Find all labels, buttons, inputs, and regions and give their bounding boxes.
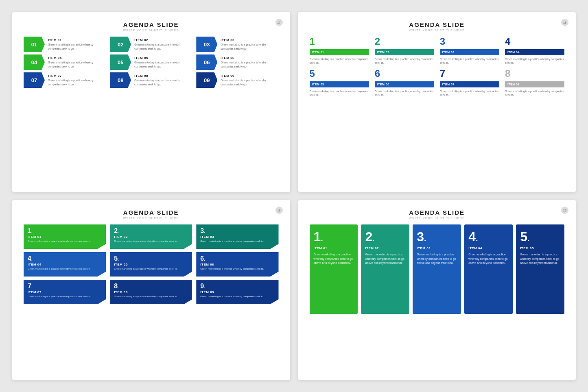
bar-label-8: ITEM 08 [505, 81, 564, 87]
arrow-shape-02: 02 [110, 37, 131, 52]
arrow-body-07: 07 [24, 72, 45, 88]
tc-label-4: ITEM 04 [468, 246, 509, 250]
tc-label-1: ITEM 01 [314, 246, 354, 250]
item-label-05: ITEM 05 [134, 56, 192, 60]
tc-desc-3: Green marketing is a practice whereby co… [417, 253, 457, 266]
slide-3-header: AGENDA SLIDE WRITE YOUR SUBTITLE HERE [24, 209, 279, 220]
big-num-8: 8 [505, 69, 564, 78]
arrow-text-03: ITEM 03 Green marketing is a practice wh… [221, 38, 278, 50]
item-label-09: ITEM 09 [221, 74, 278, 78]
slide-2-title: AGENDA SLIDE [310, 21, 565, 28]
arrow-text-04: ITEM 04 Green marketing is a practice wh… [48, 56, 106, 68]
slide-1: AGENDA SLIDE WRITE YOUR SUBTITLE HERE 17… [12, 12, 290, 192]
item-label-07: ITEM 07 [48, 74, 106, 78]
item-desc-03: Green marketing is a practice whereby co… [221, 43, 278, 50]
card-label-7: ITEM 07 [28, 290, 102, 294]
slide2-item-5: 5 ITEM 05 Green marketing is a practice … [310, 69, 369, 97]
slide4-item-5: 5. ITEM 05 Green marketing is a practice… [516, 224, 564, 314]
tc-desc-4: Green marketing is a practice whereby co… [468, 253, 509, 266]
bar-label-6: ITEM 06 [375, 81, 434, 87]
card-desc-4: Green marketing is a practice whereby co… [28, 267, 102, 270]
slide-2-header: AGENDA SLIDE WRITE YOUR SUBTITLE HERE [310, 21, 565, 32]
card-label-4: ITEM 04 [28, 263, 102, 266]
bar-label-3: ITEM 03 [440, 49, 499, 55]
slide3-item-8: 8. ITEM 08 Green marketing is a practice… [110, 280, 192, 304]
arrow-shape-03: 03 [196, 37, 217, 52]
slide-1-subtitle: WRITE YOUR SUBTITLE HERE [24, 29, 279, 32]
slide2-item-1: 1 ITEM 01 Green marketing is a practice … [310, 37, 369, 65]
slide2-item-4: 4 ITEM 04 Green marketing is a practice … [505, 37, 564, 65]
big-num-7: 7 [440, 69, 499, 78]
slide1-item-07: 07 ITEM 07 Green marketing is a practice… [24, 72, 106, 88]
item-label-04: ITEM 04 [48, 56, 106, 60]
item-desc-06: Green marketing is a practice whereby co… [221, 61, 278, 68]
slide-3-number: 19 [275, 207, 283, 214]
item-label-03: ITEM 03 [221, 38, 278, 42]
slide4-item-4: 4. ITEM 04 Green marketing is a practice… [464, 224, 513, 314]
slide2-item-8: 8 ITEM 08 Green marketing is a practice … [505, 69, 564, 97]
slide1-item-01: 01 ITEM 01 Green marketing is a practice… [24, 37, 106, 52]
item-label-01: ITEM 01 [48, 38, 106, 42]
slide4-item-2: 2. ITEM 02 Green marketing is a practice… [361, 224, 409, 314]
item-desc-09: Green marketing is a practice whereby co… [221, 78, 278, 86]
slide3-item-4: 4. ITEM 04 Green marketing is a practice… [24, 252, 106, 277]
slide-1-title: AGENDA SLIDE [24, 21, 279, 28]
bar-label-2: ITEM 02 [375, 49, 434, 55]
slide-3-subtitle: WRITE YOUR SUBTITLE HERE [24, 217, 279, 220]
slide1-item-09: 09 ITEM 09 Green marketing is a practice… [196, 72, 278, 88]
item-desc-07: Green marketing is a practice whereby co… [48, 78, 106, 86]
slide2-item-3: 3 ITEM 03 Green marketing is a practice … [440, 37, 499, 65]
arrow-body-01: 01 [24, 37, 45, 52]
arrow-shape-08: 08 [110, 72, 131, 88]
item-desc-s2-6: Green marketing is a practice whereby co… [375, 89, 434, 97]
slide3-item-2: 2. ITEM 02 Green marketing is a practice… [110, 224, 192, 249]
card-desc-5: Green marketing is a practice whereby co… [114, 267, 188, 270]
card-label-5: ITEM 05 [114, 263, 188, 266]
tc-num-5: 5. [520, 230, 560, 243]
card-num-2: 2. [114, 228, 188, 234]
slide4-item-3: 3. ITEM 03 Green marketing is a practice… [413, 224, 461, 314]
card-label-1: ITEM 01 [28, 235, 102, 239]
card-label-3: ITEM 03 [200, 235, 274, 239]
card-label-9: ITEM 09 [200, 290, 274, 294]
card-label-8: ITEM 08 [114, 290, 188, 294]
tc-desc-5: Green marketing is a practice whereby co… [520, 253, 560, 266]
arrow-shape-07: 07 [24, 72, 45, 88]
item-desc-01: Green marketing is a practice whereby co… [48, 43, 106, 50]
arrow-text-02: ITEM 02 Green marketing is a practice wh… [134, 38, 192, 50]
slide1-item-06: 06 ITEM 06 Green marketing is a practice… [196, 54, 278, 70]
item-desc-02: Green marketing is a practice whereby co… [134, 43, 192, 50]
tc-num-1: 1. [314, 230, 354, 243]
slide3-item-7: 7. ITEM 07 Green marketing is a practice… [24, 280, 106, 304]
bar-label-4: ITEM 04 [505, 49, 564, 55]
slide-1-grid: 01 ITEM 01 Green marketing is a practice… [24, 37, 279, 88]
tc-label-5: ITEM 05 [520, 246, 560, 250]
slide-4: AGENDA SLIDE WRITE YOUR SUBTITLE HERE 20… [298, 200, 576, 380]
slide-3: AGENDA SLIDE WRITE YOUR SUBTITLE HERE 19… [12, 200, 290, 380]
slide3-item-1: 1. ITEM 01 Green marketing is a practice… [24, 224, 106, 249]
slide-4-title: AGENDA SLIDE [310, 209, 565, 216]
card-label-6: ITEM 06 [200, 263, 274, 266]
slide-1-header: AGENDA SLIDE WRITE YOUR SUBTITLE HERE [24, 21, 279, 32]
arrow-text-09: ITEM 09 Green marketing is a practice wh… [221, 74, 278, 86]
slide1-item-04: 04 ITEM 04 Green marketing is a practice… [24, 54, 106, 70]
arrow-text-01: ITEM 01 Green marketing is a practice wh… [48, 38, 106, 50]
item-desc-s2-3: Green marketing is a practice whereby co… [440, 57, 499, 65]
slide3-item-3: 3. ITEM 03 Green marketing is a practice… [196, 224, 278, 249]
arrow-body-08: 08 [110, 72, 131, 88]
arrow-body-05: 05 [110, 54, 131, 70]
card-desc-6: Green marketing is a practice whereby co… [200, 267, 274, 270]
slide-3-grid: 1. ITEM 01 Green marketing is a practice… [24, 224, 279, 304]
card-desc-3: Green marketing is a practice whereby co… [200, 240, 274, 243]
tc-num-2: 2. [365, 230, 405, 243]
item-desc-08: Green marketing is a practice whereby co… [134, 78, 192, 86]
bar-label-7: ITEM 07 [440, 81, 499, 87]
item-label-08: ITEM 08 [134, 74, 192, 78]
slide-2-subtitle: WRITE YOUR SUBTITLE HERE [310, 29, 565, 32]
card-num-6: 6. [200, 255, 274, 262]
big-num-3: 3 [440, 37, 499, 46]
slide2-item-6: 6 ITEM 06 Green marketing is a practice … [375, 69, 434, 97]
item-desc-s2-4: Green marketing is a practice whereby co… [505, 57, 564, 65]
slide-4-header: AGENDA SLIDE WRITE YOUR SUBTITLE HERE [310, 209, 565, 220]
item-label-06: ITEM 06 [221, 56, 278, 60]
